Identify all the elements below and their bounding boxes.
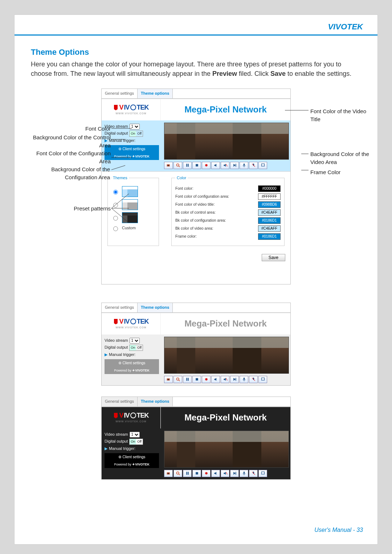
camera-icon[interactable] xyxy=(164,376,173,383)
mic-icon[interactable] xyxy=(240,376,248,383)
zoom-icon[interactable] xyxy=(173,470,182,477)
color-label: Font color: xyxy=(175,186,193,191)
color-value[interactable]: #098BD6 xyxy=(258,201,281,208)
pause-icon[interactable] xyxy=(183,376,192,383)
volume-icon[interactable] xyxy=(211,376,220,383)
section-heading: Theme Options xyxy=(31,46,361,58)
svg-rect-35 xyxy=(243,378,244,380)
page-footer: User's Manual - 33 xyxy=(15,520,377,544)
video-title: Mega-Pixel Network xyxy=(161,407,290,428)
theme-figure-3: General settingsTheme options VIVTEKWWW.… xyxy=(101,397,291,480)
record-icon[interactable] xyxy=(202,162,211,169)
svg-line-43 xyxy=(179,474,180,475)
svg-rect-10 xyxy=(243,164,244,166)
stop-icon[interactable] xyxy=(192,470,201,477)
color-label: Bk color of control area: xyxy=(175,210,216,215)
svg-line-33 xyxy=(226,378,227,381)
svg-rect-49 xyxy=(235,472,236,475)
save-button[interactable]: Save xyxy=(262,254,285,261)
pause-icon[interactable] xyxy=(183,162,192,169)
themes-fieldset: Themes Custom xyxy=(107,175,159,246)
mute-icon[interactable] xyxy=(221,162,229,169)
svg-rect-30 xyxy=(188,378,188,381)
color-label: Bk color of configuration area: xyxy=(175,218,226,223)
svg-point-1 xyxy=(167,165,169,166)
color-value[interactable]: #C4EAFF xyxy=(258,209,281,216)
zoom-icon[interactable] xyxy=(173,162,182,169)
fullscreen-icon[interactable] xyxy=(258,470,267,477)
mic-mute-icon[interactable] xyxy=(249,162,258,169)
svg-point-26 xyxy=(167,379,169,380)
digital-output-toggle[interactable]: OnOff xyxy=(129,131,143,137)
stop-icon[interactable] xyxy=(192,162,201,169)
mic-mute-icon[interactable] xyxy=(249,376,258,383)
tab-theme[interactable]: Theme options xyxy=(138,303,173,312)
intro-paragraph: Here you can change the color of your ho… xyxy=(31,59,361,78)
svg-point-42 xyxy=(176,472,179,474)
fullscreen-icon[interactable] xyxy=(258,376,267,383)
camera-icon[interactable] xyxy=(164,470,173,477)
svg-point-27 xyxy=(176,378,179,381)
record-icon[interactable] xyxy=(202,470,211,477)
color-value[interactable]: #0186D1 xyxy=(258,233,281,240)
volume-icon[interactable] xyxy=(211,470,220,477)
color-value[interactable]: #0186D1 xyxy=(258,217,281,224)
svg-rect-31 xyxy=(196,378,198,381)
svg-line-8 xyxy=(226,164,227,167)
mute-icon[interactable] xyxy=(221,376,229,383)
theme-radio-custom[interactable] xyxy=(113,226,118,231)
brand-header: VIVOTEK xyxy=(15,15,377,36)
video-toolbar xyxy=(164,162,288,169)
svg-rect-9 xyxy=(235,164,236,167)
client-settings-bar[interactable]: ⚙ Client settings xyxy=(105,145,159,153)
theme-figure-2: General settingsTheme options VIVTEKWWW.… xyxy=(101,303,291,386)
pause-icon[interactable] xyxy=(183,470,192,477)
svg-rect-54 xyxy=(261,472,264,474)
theme-figure-1: General settings Theme options VIVTEK WW… xyxy=(101,89,291,284)
svg-rect-39 xyxy=(261,378,264,381)
svg-line-28 xyxy=(179,380,180,381)
next-icon[interactable] xyxy=(230,162,239,169)
svg-point-2 xyxy=(176,164,179,167)
svg-point-47 xyxy=(205,472,208,475)
tab-general[interactable]: General settings xyxy=(102,303,138,312)
mute-icon[interactable] xyxy=(221,470,229,477)
svg-rect-46 xyxy=(196,472,198,475)
svg-rect-44 xyxy=(186,472,187,475)
svg-rect-5 xyxy=(188,164,188,167)
stream-select[interactable]: 1 xyxy=(130,124,140,130)
color-value[interactable]: #C4EAFF xyxy=(258,225,281,232)
stop-icon[interactable] xyxy=(192,376,201,383)
next-icon[interactable] xyxy=(230,376,239,383)
tab-theme[interactable]: Theme options xyxy=(138,397,173,406)
fullscreen-icon[interactable] xyxy=(258,162,267,169)
theme-radio-1[interactable] xyxy=(113,190,118,194)
zoom-icon[interactable] xyxy=(173,376,182,383)
color-label: Font color of configuration area: xyxy=(175,194,229,199)
tab-general[interactable]: General settings xyxy=(102,89,138,98)
theme-radio-2[interactable] xyxy=(113,203,118,208)
logo: VIVTEK xyxy=(113,317,148,326)
svg-line-48 xyxy=(226,472,227,475)
color-label: Font color of video title: xyxy=(175,202,215,207)
mic-icon[interactable] xyxy=(240,470,248,477)
tab-theme[interactable]: Theme options xyxy=(138,89,173,98)
color-label: Bk color of video area: xyxy=(175,226,213,231)
camera-icon[interactable] xyxy=(164,162,173,169)
record-icon[interactable] xyxy=(202,376,211,383)
color-fieldset: Color Font color:#000000Font color of co… xyxy=(171,175,285,246)
next-icon[interactable] xyxy=(230,470,239,477)
video-preview xyxy=(164,123,289,160)
svg-point-7 xyxy=(205,164,208,167)
volume-icon[interactable] xyxy=(211,162,220,169)
mic-mute-icon[interactable] xyxy=(249,470,258,477)
tab-general[interactable]: General settings xyxy=(102,397,138,406)
color-value[interactable]: #000000 xyxy=(258,185,281,192)
svg-rect-29 xyxy=(186,378,187,381)
logo: VIVTEK xyxy=(113,411,148,420)
mic-icon[interactable] xyxy=(240,162,248,169)
svg-rect-4 xyxy=(186,164,187,167)
theme-radio-3[interactable] xyxy=(113,216,118,221)
svg-rect-14 xyxy=(261,164,264,167)
color-value[interactable]: #FFFFFF xyxy=(258,193,281,200)
